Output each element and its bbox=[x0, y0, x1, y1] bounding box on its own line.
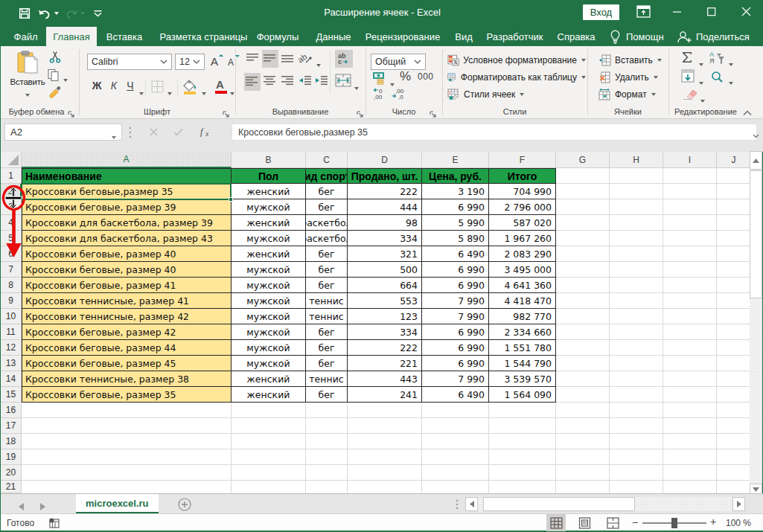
tab-page-layout[interactable]: Разметка страницы bbox=[149, 27, 258, 46]
paste-button[interactable]: Вставить bbox=[7, 49, 48, 106]
underline-button[interactable]: Ч bbox=[123, 79, 138, 95]
table-cell[interactable]: 98 bbox=[348, 215, 422, 231]
sign-in-button[interactable]: Вход bbox=[583, 4, 619, 20]
zoom-in-button[interactable]: + bbox=[708, 516, 718, 528]
align-left-button[interactable] bbox=[244, 73, 261, 91]
borders-caret[interactable] bbox=[167, 85, 172, 98]
save-button[interactable] bbox=[18, 4, 31, 22]
table-cell[interactable]: теннис bbox=[306, 293, 348, 309]
row-header-8[interactable]: 8 bbox=[1, 278, 22, 293]
table-cell[interactable]: Кроссовки беговые, размер 40 bbox=[22, 262, 232, 278]
decrease-indent-button[interactable] bbox=[299, 75, 313, 90]
align-top-button[interactable] bbox=[246, 52, 261, 67]
insert-cells-button[interactable]: Вставить bbox=[598, 52, 665, 68]
table-cell[interactable]: 5 890 bbox=[422, 231, 489, 246]
table-cell[interactable]: 6 990 bbox=[422, 199, 489, 215]
table-header-cell[interactable]: Наименование bbox=[22, 168, 232, 184]
table-header-cell[interactable]: Итого bbox=[489, 168, 556, 184]
table-cell[interactable]: 222 bbox=[348, 184, 422, 199]
underline-caret[interactable] bbox=[139, 85, 144, 98]
decrease-font-button[interactable]: A bbox=[226, 54, 241, 70]
accounting-format-button[interactable] bbox=[372, 71, 389, 86]
italic-button[interactable]: К bbox=[106, 79, 121, 95]
minimize-button[interactable] bbox=[660, 0, 695, 23]
vertical-scroll-thumb[interactable] bbox=[750, 170, 762, 298]
table-cell[interactable]: Кроссовки беговые, размер 42 bbox=[22, 324, 232, 340]
tab-developer[interactable]: Разработчик bbox=[483, 27, 546, 46]
table-cell[interactable]: 553 bbox=[348, 293, 422, 309]
fill-button[interactable] bbox=[681, 69, 697, 86]
customize-qat-button[interactable] bbox=[92, 4, 103, 22]
table-cell[interactable]: мужской bbox=[232, 309, 306, 324]
column-header-d[interactable]: D bbox=[348, 152, 422, 168]
collapse-ribbon-button[interactable] bbox=[743, 106, 755, 115]
table-cell[interactable]: Кроссовки для баскетбола, размер 39 bbox=[22, 215, 232, 231]
table-cell[interactable]: 982 770 bbox=[489, 309, 556, 324]
row-header-5[interactable]: 5 bbox=[1, 231, 22, 246]
format-cells-button[interactable]: Формат bbox=[598, 86, 665, 103]
number-format-combo[interactable]: Общий bbox=[371, 54, 426, 70]
horizontal-scroll-thumb[interactable] bbox=[483, 497, 635, 511]
row-header-18[interactable]: 18 bbox=[1, 434, 22, 449]
tab-data[interactable]: Данные bbox=[307, 27, 360, 46]
row-header-6[interactable]: 6 bbox=[1, 246, 22, 262]
maximize-button[interactable] bbox=[695, 0, 729, 23]
clear-caret[interactable] bbox=[700, 92, 705, 106]
table-cell[interactable]: Кроссовки теннисные, размер 38 bbox=[22, 371, 232, 387]
format-painter-button[interactable] bbox=[48, 85, 66, 101]
table-cell[interactable]: мужской bbox=[232, 262, 306, 278]
column-header-h[interactable]: H bbox=[610, 152, 663, 168]
row-header-2[interactable]: 2 bbox=[1, 184, 22, 199]
column-header-g[interactable]: G bbox=[556, 152, 610, 168]
table-cell[interactable]: Кроссовки беговые, размер 39 bbox=[22, 199, 232, 215]
undo-caret[interactable] bbox=[52, 4, 61, 22]
table-cell[interactable]: 500 bbox=[348, 262, 422, 278]
table-cell[interactable]: женский bbox=[232, 215, 306, 231]
table-cell[interactable]: 6 990 bbox=[422, 262, 489, 278]
table-cell[interactable]: мужской bbox=[232, 356, 306, 371]
tab-view[interactable]: Вид bbox=[447, 27, 480, 46]
sheet-nav-right-button[interactable] bbox=[40, 500, 51, 509]
table-cell[interactable]: мужской bbox=[232, 340, 306, 356]
formula-input[interactable]: Кроссовки беговые,размер 35 bbox=[232, 124, 757, 141]
row-header-20[interactable]: 20 bbox=[1, 465, 22, 481]
column-header-i[interactable]: I bbox=[663, 152, 717, 168]
font-color-caret[interactable] bbox=[230, 85, 234, 98]
table-cell[interactable]: 6 990 bbox=[422, 278, 489, 293]
table-cell[interactable]: 3 495 000 bbox=[489, 262, 556, 278]
table-cell[interactable]: 587 020 bbox=[489, 215, 556, 231]
row-header-14[interactable]: 14 bbox=[1, 371, 22, 387]
table-cell[interactable]: 443 bbox=[348, 371, 422, 387]
table-cell[interactable]: 5 990 bbox=[422, 215, 489, 231]
row-header-12[interactable]: 12 bbox=[1, 340, 22, 356]
share-button[interactable]: Поделиться bbox=[677, 27, 750, 46]
table-cell[interactable]: бег bbox=[306, 246, 348, 262]
close-button[interactable] bbox=[729, 0, 763, 23]
sheet-tab[interactable]: microexcel.ru bbox=[76, 494, 159, 513]
tab-home[interactable]: Главная bbox=[46, 27, 97, 46]
name-box-caret[interactable] bbox=[112, 130, 116, 141]
scroll-left-button[interactable] bbox=[465, 497, 478, 511]
table-cell[interactable]: бег bbox=[306, 262, 348, 278]
row-header-17[interactable]: 17 bbox=[1, 418, 22, 434]
table-header-cell[interactable]: Пол bbox=[232, 168, 306, 184]
selection-fill-handle[interactable] bbox=[229, 197, 233, 202]
row-header-21[interactable]: 21 bbox=[1, 481, 22, 493]
fill-color-caret[interactable] bbox=[202, 85, 206, 98]
table-cell[interactable]: мужской bbox=[232, 231, 306, 246]
table-cell[interactable]: 334 bbox=[348, 231, 422, 246]
scroll-up-button[interactable] bbox=[750, 151, 762, 170]
table-cell[interactable]: 1 544 790 bbox=[489, 356, 556, 371]
clear-button[interactable] bbox=[683, 88, 699, 103]
table-cell[interactable]: Кроссовки теннисные, размер 42 bbox=[22, 309, 232, 324]
autosum-button[interactable] bbox=[681, 51, 697, 67]
view-page-break-button[interactable] bbox=[603, 514, 622, 531]
table-cell[interactable]: 6 990 bbox=[422, 340, 489, 356]
formula-bar-expand-button[interactable] bbox=[753, 128, 759, 141]
horizontal-scrollbar[interactable] bbox=[465, 497, 745, 511]
table-cell[interactable]: 221 bbox=[348, 356, 422, 371]
table-cell[interactable]: 7 990 bbox=[422, 293, 489, 309]
table-cell[interactable]: 704 990 bbox=[489, 184, 556, 199]
table-cell[interactable]: 2 083 290 bbox=[489, 246, 556, 262]
align-bottom-button[interactable] bbox=[281, 52, 296, 67]
